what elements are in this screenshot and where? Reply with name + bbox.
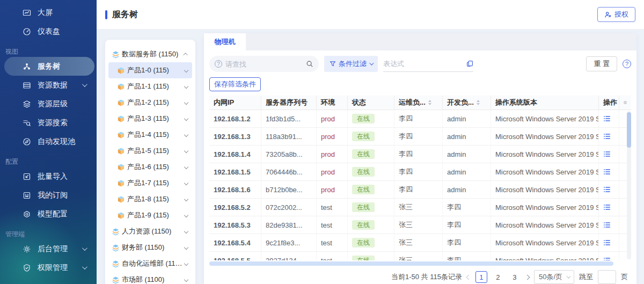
prev-page-icon[interactable] xyxy=(466,274,471,280)
detail-list-icon[interactable] xyxy=(603,133,611,140)
sidebar-item-label: 权限管理 xyxy=(38,263,68,273)
next-page-icon[interactable] xyxy=(524,274,530,280)
page-size-select[interactable]: 50条/页 xyxy=(534,270,574,284)
sidebar-item-model-config[interactable]: 模型配置 xyxy=(0,205,97,223)
table-row[interactable]: 192.168.1.5 7064446b... prod 在线 李四 admin… xyxy=(209,163,631,181)
table-row[interactable]: 192.168.5.3 82de9381... test 在线 张三 李四 Mi… xyxy=(209,216,631,234)
table-row[interactable]: 192.168.5.4 9c21f8e3... test 在线 张三 李四 Mi… xyxy=(209,234,631,252)
funnel-icon xyxy=(330,61,336,67)
col-header-ops-owner[interactable]: 运维负... xyxy=(394,96,443,110)
search-box[interactable]: ? xyxy=(209,56,319,72)
col-header-dev-owner[interactable]: 开发负... xyxy=(443,96,491,110)
tab-physical-machine[interactable]: 物理机 xyxy=(204,33,246,50)
table-row[interactable]: 192.168.5.2 072c2002... test 在线 张三 李四 Mi… xyxy=(209,199,631,216)
table-row[interactable]: 192.168.1.4 73205a8b... prod 在线 李四 admin… xyxy=(209,145,631,163)
detail-list-icon[interactable] xyxy=(603,115,611,122)
horizontal-scrollbar[interactable] xyxy=(209,261,621,266)
tree-node-label: 财务部 (1150) xyxy=(122,243,164,252)
tree-node[interactable]: 产品1-3 (115) xyxy=(108,111,192,127)
chevron-icon[interactable] xyxy=(184,197,188,201)
sidebar-item-auto-discovery[interactable]: 自动发现池 xyxy=(0,132,97,151)
detail-list-icon[interactable] xyxy=(603,186,611,193)
detail-list-icon[interactable] xyxy=(603,150,611,158)
column-settings-icon[interactable] xyxy=(619,96,631,110)
tree-node[interactable]: 产品1-4 (115) xyxy=(108,127,192,143)
chevron-icon[interactable] xyxy=(184,245,188,250)
page-unit-label: 页 xyxy=(621,272,628,282)
chevron-icon[interactable] xyxy=(184,149,188,153)
table-row[interactable]: 192.168.5.5 3927d134... test 在线 张三 李四 Mi… xyxy=(209,252,631,260)
detail-list-icon[interactable] xyxy=(603,239,611,246)
page-number-3[interactable]: 3 xyxy=(509,271,521,283)
vertical-scrollbar[interactable] xyxy=(627,111,631,259)
search-input[interactable] xyxy=(225,60,303,68)
status-badge: 在线 xyxy=(352,167,375,177)
sidebar-item-bigscreen[interactable]: 大屏 xyxy=(0,3,97,22)
tree-node[interactable]: 产品1-5 (115) xyxy=(108,143,192,159)
sidebar-item-permission-admin[interactable]: 权限管理 xyxy=(0,258,97,277)
tree-node[interactable]: 产品1-0 (115) xyxy=(108,62,192,78)
chevron-icon[interactable] xyxy=(184,100,188,105)
tree-node[interactable]: 产品1-2 (115) xyxy=(108,94,192,111)
chevron-icon[interactable] xyxy=(184,116,188,121)
table-row[interactable]: 192.168.1.2 1fd3b1d5... prod 在线 李四 admin… xyxy=(209,110,631,128)
reset-button[interactable]: 重 置 xyxy=(586,56,617,71)
tree-node[interactable]: 产品1-8 (115) xyxy=(108,191,192,207)
sidebar-item-service-tree[interactable]: 服务树 xyxy=(4,57,94,76)
chevron-icon[interactable] xyxy=(184,68,188,72)
help-circle-icon[interactable]: ? xyxy=(623,60,631,68)
chevron-icon[interactable] xyxy=(184,278,188,282)
sidebar-item-my-subscriptions[interactable]: 我的订阅 xyxy=(0,186,97,205)
tree-node[interactable]: 市场部 (1100) xyxy=(108,272,192,284)
sidebar-item-resource-data[interactable]: 资源数据 xyxy=(0,76,97,94)
sidebar-item-dashboard[interactable]: 仪表盘 xyxy=(0,22,97,41)
detail-list-icon[interactable] xyxy=(603,203,611,211)
chevron-icon[interactable] xyxy=(184,213,188,217)
authorize-button[interactable]: 授权 xyxy=(597,7,635,22)
table-row[interactable]: 192.168.1.6 b712b0be... prod 在线 李四 admin… xyxy=(209,181,631,199)
detail-list-icon[interactable] xyxy=(603,257,611,260)
chevron-icon[interactable] xyxy=(184,181,188,185)
tree-node[interactable]: 产品1-1 (115) xyxy=(108,78,192,94)
tree-node[interactable]: 产品1-7 (115) xyxy=(108,175,192,191)
chevron-icon[interactable] xyxy=(183,53,187,57)
col-header-internal-ip[interactable]: 内网IP xyxy=(209,96,261,110)
chevron-icon[interactable] xyxy=(184,229,188,234)
save-filter-button[interactable]: 保存筛选条件 xyxy=(209,77,261,91)
chevron-icon[interactable] xyxy=(184,261,188,266)
sort-icon[interactable] xyxy=(428,100,431,105)
jump-label: 跳至 xyxy=(579,272,593,282)
page-number-2[interactable]: 2 xyxy=(492,271,504,283)
sidebar-item-batch-import[interactable]: 批量导入 xyxy=(0,167,97,186)
detail-list-icon[interactable] xyxy=(603,221,611,229)
sidebar-item-backend-admin[interactable]: 后台管理 xyxy=(0,239,97,258)
condition-filter-dropdown[interactable]: 条件过滤 xyxy=(324,56,378,72)
chevron-icon[interactable] xyxy=(184,165,188,169)
copy-icon[interactable] xyxy=(466,60,473,67)
col-header-env[interactable]: 环境 xyxy=(317,96,348,110)
search-icon[interactable] xyxy=(306,60,313,68)
product-icon xyxy=(117,83,125,91)
col-header-os[interactable]: 操作系统版本 xyxy=(491,96,599,110)
tree-node[interactable]: 财务部 (1150) xyxy=(108,239,192,256)
detail-list-icon[interactable] xyxy=(603,168,611,176)
col-header-serial[interactable]: 服务器序列号 xyxy=(261,96,317,110)
page-number-1[interactable]: 1 xyxy=(475,271,487,283)
chevron-icon[interactable] xyxy=(184,133,188,137)
table-row[interactable]: 192.168.1.3 118a3b91... prod 在线 李四 admin… xyxy=(209,128,631,145)
scrollbar-thumb[interactable] xyxy=(209,261,613,266)
tree-node[interactable]: 自动化运维部 (1150) xyxy=(108,256,192,272)
jump-page-input[interactable] xyxy=(598,270,616,284)
sidebar-item-resource-search[interactable]: 资源搜索 xyxy=(0,113,97,132)
expression-input[interactable] xyxy=(383,60,463,68)
sort-icon[interactable] xyxy=(477,100,480,105)
col-header-status[interactable]: 状态 xyxy=(348,96,394,110)
tree-node[interactable]: 数据服务部 (1150) xyxy=(108,46,192,62)
cell-dev-owner: admin xyxy=(443,110,491,127)
tree-node[interactable]: 产品1-6 (115) xyxy=(108,159,192,175)
tree-node[interactable]: 人力资源 (1150) xyxy=(108,223,192,239)
scrollbar-thumb[interactable] xyxy=(627,112,631,148)
tree-node[interactable]: 产品1-9 (115) xyxy=(108,207,192,223)
chevron-icon[interactable] xyxy=(184,84,188,89)
sidebar-item-resource-hierarchy[interactable]: 资源层级 xyxy=(0,94,97,113)
